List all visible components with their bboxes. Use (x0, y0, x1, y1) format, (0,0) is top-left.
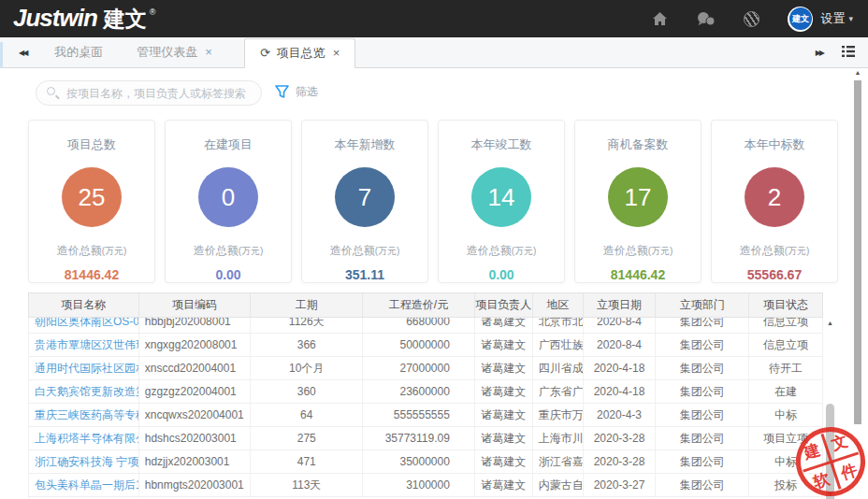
project-name-link[interactable]: 白天鹅宾馆更新改造第一... (29, 380, 139, 403)
tab-dashboard[interactable]: 管理仪表盘 × (122, 37, 227, 67)
table-cell: 集团公司 (656, 380, 749, 403)
table-cell: 2020-8-4 (584, 318, 657, 333)
project-name-link[interactable]: 上海积塔半导体有限公司... (29, 427, 139, 449)
stat-card: 商机备案数17造价总额(万元)81446.42 (574, 120, 702, 283)
filter-button[interactable]: 筛选 (275, 84, 318, 100)
close-icon[interactable]: × (205, 37, 212, 67)
table-cell: 2020-4-3 (584, 404, 657, 426)
chevron-down-icon: ▾ (848, 14, 853, 23)
table-cell: 27000000 (363, 357, 475, 379)
card-title: 项目总数 (29, 136, 154, 153)
table-row: 重庆三峡医药高等专科学...xncqwxs2020040016455555555… (29, 404, 822, 427)
table-cell: 诸葛建文 (475, 357, 533, 379)
stat-card: 本年中标数2造价总额(万元)55566.67 (711, 120, 838, 283)
table-scrollbar-thumb[interactable] (826, 404, 834, 499)
card-count-circle: 14 (471, 167, 531, 227)
table-row: 朝阳区奥体南区OS-02地...hbbjbj2020080011126天6680… (29, 318, 822, 334)
project-name-link[interactable]: 重庆三峡医药高等专科学... (29, 404, 139, 426)
project-name-link[interactable]: 通用时代国际社区园林景... (29, 357, 139, 379)
table-cell: 信息立项 (749, 334, 822, 356)
search-input[interactable] (36, 80, 262, 106)
home-icon[interactable] (652, 11, 668, 26)
left-edge-strip (0, 42, 3, 68)
table-cell: 项目立项 (749, 427, 822, 449)
project-name-link[interactable]: 浙江确安科技海 宁项目辅... (29, 450, 139, 473)
table-cell: 2020-3-28 (584, 427, 657, 449)
table-cell: hbnmgts202003001 (139, 474, 252, 496)
table-cell: 北京市北京 (533, 318, 584, 333)
table-cell: xncqwxs202004001 (139, 404, 252, 426)
tab-project-overview[interactable]: ⟳ 项目总览 × (244, 38, 356, 68)
table-body: 朝阳区奥体南区OS-02地...hbbjbj2020080011126天6680… (28, 318, 823, 499)
table-cell: 在建 (749, 380, 822, 403)
brand-logo: Justwin 建文 ® (13, 4, 155, 34)
close-icon[interactable]: × (333, 38, 340, 68)
settings-button[interactable]: 设置 ▾ (820, 10, 853, 27)
table-cell: hdshcs202003001 (139, 427, 252, 449)
stat-card: 本年新增数7造价总额(万元)351.11 (301, 120, 428, 283)
scroll-up-icon[interactable]: ▲ (853, 69, 862, 76)
table-cell: 2020-3-27 (584, 474, 657, 496)
column-header: 工期 (251, 293, 363, 317)
table-row: 通用时代国际社区园林景...xnsccd20200400110个月2700000… (29, 357, 822, 380)
table-cell: 诸葛建文 (475, 427, 533, 449)
table-cell: 集团公司 (656, 334, 749, 356)
table-cell: 重庆市万县 (533, 404, 584, 426)
card-cost-value: 0.00 (439, 267, 564, 282)
brand-name-en: Justwin (13, 4, 97, 33)
table-cell: 1126天 (251, 318, 363, 333)
table-cell: 待开工 (749, 357, 822, 379)
table-cell: 555555555 (363, 404, 475, 426)
table-cell: 2020-8-4 (584, 334, 657, 356)
card-cost-label: 造价总额(万元) (166, 243, 291, 259)
card-cost-label: 造价总额(万元) (712, 243, 837, 259)
stat-card: 本年竣工数14造价总额(万元)0.00 (438, 120, 565, 283)
table-cell: 360 (251, 380, 363, 403)
table-cell: 中标 (749, 450, 822, 473)
page-scrollbar: ▲ (853, 69, 862, 499)
table-cell: 中标 (749, 404, 822, 426)
table-cell: xnsccd202004001 (139, 357, 252, 379)
column-header: 项目负责人 (475, 293, 533, 317)
refresh-icon[interactable]: ⟳ (260, 38, 270, 68)
card-count-circle: 2 (745, 167, 804, 227)
scroll-up-icon[interactable]: ▲ (823, 320, 837, 326)
card-cost-value: 0.00 (166, 267, 291, 282)
chat-icon[interactable] (696, 11, 716, 27)
table-row: 贵港市覃塘区汉世伟现代...xngxgg20200800136650000000… (29, 334, 822, 357)
table-cell: 广东省广州 (533, 380, 584, 403)
card-cost-label: 造价总额(万元) (29, 243, 154, 259)
card-cost-label: 造价总额(万元) (575, 243, 701, 259)
collapse-tabs-icon[interactable]: ◀◀ (19, 49, 26, 57)
avatar[interactable]: 建文 (788, 7, 813, 32)
table-cell: 诸葛建文 (475, 474, 533, 496)
table-cell: 集团公司 (656, 318, 749, 333)
page-scrollbar-thumb[interactable] (854, 80, 861, 424)
tab-my-desktop[interactable]: 我的桌面 (39, 37, 118, 67)
top-bar: Justwin 建文 ® 建文 设置 ▾ (0, 0, 868, 37)
table-cell: 内蒙古自治... (533, 474, 584, 496)
column-header: 立项部门 (656, 293, 749, 317)
tab-list-icon[interactable] (842, 44, 855, 61)
card-title: 商机备案数 (575, 136, 701, 153)
card-title: 在建项目 (166, 136, 291, 153)
table-cell: 113天 (251, 474, 363, 496)
table-row: 浙江确安科技海 宁项目辅...hdzjjx2020030014713500000… (29, 450, 822, 474)
topbar-actions: 建文 设置 ▾ (624, 7, 853, 32)
table-cell: 23600000 (363, 380, 475, 403)
column-header: 地区 (533, 293, 584, 317)
expand-tabs-icon[interactable]: ▶▶ (816, 49, 823, 57)
table-cell: 诸葛建文 (475, 380, 533, 403)
table-cell: 6680000 (363, 318, 475, 333)
project-name-link[interactable]: 贵港市覃塘区汉世伟现代... (29, 334, 139, 356)
table-cell: 64 (251, 404, 363, 426)
card-count-circle: 7 (335, 167, 395, 227)
card-cost-value: 351.11 (302, 267, 427, 282)
project-name-link[interactable]: 包头美科单晶一期后120... (29, 474, 139, 496)
scroll-down-icon[interactable]: ▼ (823, 491, 837, 497)
theme-globe-icon[interactable] (744, 11, 760, 27)
project-name-link[interactable]: 朝阳区奥体南区OS-02地... (29, 318, 139, 333)
column-header: 项目名称 (29, 293, 139, 317)
table-cell: 50000000 (363, 334, 475, 356)
table-header: 项目名称项目编码工期工程造价/元项目负责人地区立项日期立项部门项目状态 (28, 292, 823, 318)
